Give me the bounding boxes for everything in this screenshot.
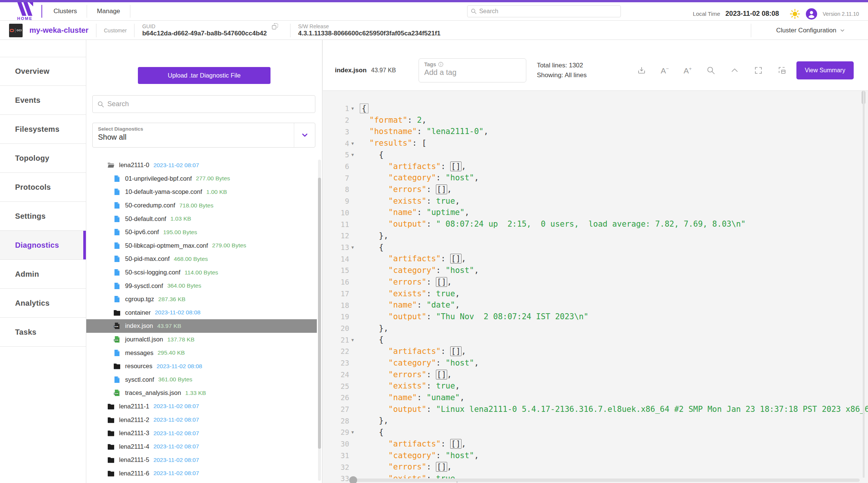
fullscreen-icon[interactable]: [754, 66, 763, 75]
add-tag-input[interactable]: [424, 68, 515, 77]
sidebar-item-settings[interactable]: Settings: [0, 202, 86, 231]
tree-item-10-default-yama-scope.conf[interactable]: 10-default-yama-scope.conf1.00 KB: [86, 185, 317, 199]
cluster-configuration-menu[interactable]: Cluster Configuration: [776, 27, 845, 34]
code-line-6: 6 "artifacts": [],: [323, 161, 868, 172]
dropdown-caret-area[interactable]: [294, 123, 315, 147]
tree-scrollbar-thumb[interactable]: [318, 178, 321, 449]
tree-item-lena2111-1[interactable]: lena2111-12023-11-02 08:07: [86, 400, 317, 413]
tree-item-index.json[interactable]: JSONindex.json43.97 KB: [86, 319, 317, 333]
line-number: 10: [341, 209, 349, 217]
line-count-info: Total lines: 1302 Showing: All lines: [537, 61, 587, 81]
select-diagnostics-dropdown[interactable]: Select Diagnostics Show all: [92, 123, 315, 148]
tree-item-99-sysctl.conf[interactable]: 99-sysctl.conf364.00 Bytes: [86, 279, 317, 293]
upload-diagnostic-button[interactable]: Upload .tar Diagnostic File: [138, 67, 270, 84]
code-text: "errors": [],: [360, 276, 452, 288]
code-vertical-scrollbar[interactable]: [863, 91, 865, 478]
sidebar-item-admin[interactable]: Admin: [0, 260, 86, 289]
search-icon[interactable]: [706, 66, 715, 75]
cluster-configuration-label: Cluster Configuration: [776, 27, 836, 34]
tree-item-lena2111-4[interactable]: lena2111-42023-11-02 08:07: [86, 440, 317, 453]
sidebar-item-protocols[interactable]: Protocols: [0, 173, 86, 202]
code-text: "errors": [],: [360, 461, 452, 473]
sidebar-item-events[interactable]: Events: [0, 86, 86, 115]
tree-item-lena2111-2[interactable]: lena2111-22023-11-02 08:07: [86, 413, 317, 427]
line-number: 17: [341, 289, 349, 298]
tree-item-lena2111-6[interactable]: lena2111-62023-11-02 08:07: [86, 467, 317, 480]
collapse-icon[interactable]: [730, 66, 739, 75]
code-line-9: 9 "exists": true,: [323, 195, 868, 207]
font-decrease-icon[interactable]: A−: [661, 66, 669, 75]
tree-item-50-scsi-logging.conf[interactable]: 50-scsi-logging.conf114.00 Bytes: [86, 266, 317, 279]
code-text: "output": "Linux lena2111-0 5.4.17-2136.…: [360, 404, 868, 415]
theme-sun-icon[interactable]: [790, 9, 800, 19]
tree-item-messages[interactable]: messages295.40 KB: [86, 346, 317, 360]
tree-item-journalctl.json[interactable]: JSONjournalctl.json137.78 KB: [86, 333, 317, 346]
tree-item-label: 50-scsi-logging.conf: [125, 269, 180, 276]
cluster-name[interactable]: my-weka-cluster: [29, 26, 89, 35]
tree-item-50-coredump.conf[interactable]: 50-coredump.conf718.00 Bytes: [86, 199, 317, 212]
sidebar-item-overview[interactable]: Overview: [0, 57, 86, 86]
weka-home-logo[interactable]: HOME: [11, 2, 38, 21]
font-increase-icon[interactable]: A+: [683, 66, 692, 75]
code-horizontal-scrollbar[interactable]: [349, 478, 860, 482]
tree-item-container[interactable]: container2023-11-02 08:08: [86, 306, 317, 320]
tags-input-box[interactable]: Tags: [419, 58, 526, 82]
sidebar-item-analytics[interactable]: Analytics: [0, 289, 86, 318]
collapse-toggle-icon[interactable]: ▼: [349, 430, 356, 434]
tree-item-lena2111-3[interactable]: lena2111-32023-11-02 08:07: [86, 427, 317, 440]
sidebar-item-topology[interactable]: Topology: [0, 144, 86, 173]
tree-item-date: 2023-11-02 08:07: [153, 403, 199, 410]
tree-item-sysctl.conf[interactable]: sysctl.conf361.00 Bytes: [86, 373, 317, 387]
tree-search-box[interactable]: [92, 95, 315, 113]
tree-item-date: 2023-11-02 08:07: [153, 430, 199, 437]
nav-item-manage[interactable]: Manage: [87, 5, 130, 18]
tree-item-traces_analysis.json[interactable]: JSONtraces_analysis.json1.33 KB: [86, 386, 317, 400]
tree-item-cgroup.tgz[interactable]: cgroup.tgz287.36 KB: [86, 293, 317, 306]
tree-item-lena2111-5[interactable]: lena2111-52023-11-02 08:07: [86, 453, 317, 467]
tree-item-label: cgroup.tgz: [125, 296, 154, 303]
tree-item-50-default.conf[interactable]: 50-default.conf1.03 KB: [86, 212, 317, 226]
tree-item-lena2111-0[interactable]: lena2111-02023-11-02 08:07: [86, 158, 317, 172]
user-avatar[interactable]: [805, 8, 818, 20]
code-line-28: 28 },: [323, 415, 868, 427]
nav-item-clusters[interactable]: Clusters: [44, 5, 87, 18]
svg-text:JSON: JSON: [114, 326, 119, 328]
collapse-toggle-icon[interactable]: ▼: [349, 152, 356, 157]
code-text: "artifacts": [],: [360, 161, 466, 172]
copy-guid-icon[interactable]: [271, 23, 279, 32]
sidebar-item-filesystems[interactable]: Filesystems: [0, 115, 86, 144]
tree-item-01-unprivileged-bpf.conf[interactable]: 01-unprivileged-bpf.conf277.00 Bytes: [86, 172, 317, 186]
global-search-box[interactable]: [467, 5, 621, 17]
json-icon: JSON: [113, 336, 121, 343]
tree-item-50-pid-max.conf[interactable]: 50-pid-max.conf468.00 Bytes: [86, 252, 317, 266]
file-icon: [113, 296, 121, 303]
folder-icon: [113, 363, 121, 370]
svg-text:JSON: JSON: [114, 340, 119, 341]
tree-item-resources[interactable]: resources2023-11-02 08:08: [86, 360, 317, 373]
file-icon: [113, 215, 121, 222]
tree-item-50-libkcapi-optmem_max.conf[interactable]: 50-libkcapi-optmem_max.conf279.00 Bytes: [86, 239, 317, 253]
code-line-2: 2 "format": 2,: [323, 114, 868, 126]
sidebar-item-tasks[interactable]: Tasks: [0, 318, 86, 347]
tree-item-50-ipv6.conf[interactable]: 50-ipv6.conf195.00 Bytes: [86, 226, 317, 239]
search-icon: [97, 101, 104, 108]
folder-icon: [107, 402, 115, 410]
tree-search-input[interactable]: [107, 100, 310, 108]
collapse-toggle-icon[interactable]: ▼: [349, 338, 356, 342]
view-summary-button[interactable]: View Summary: [796, 61, 854, 79]
line-number: 27: [341, 405, 349, 413]
code-line-12: 12 },: [323, 230, 868, 242]
exit-fullscreen-icon[interactable]: [778, 66, 787, 75]
download-icon[interactable]: [637, 66, 646, 75]
collapse-toggle-icon[interactable]: ▼: [349, 245, 356, 250]
sidebar-item-diagnostics[interactable]: Diagnostics: [0, 231, 86, 260]
code-line-31: 31 "category": "host",: [323, 450, 868, 462]
global-search-input[interactable]: [479, 8, 617, 15]
code-text: "exists": true,: [360, 380, 460, 392]
line-number: 32: [341, 463, 349, 471]
collapse-toggle-icon[interactable]: ▼: [349, 106, 356, 111]
code-horizontal-scrollbar-thumb[interactable]: [349, 476, 357, 483]
tree-scrollbar[interactable]: [318, 160, 321, 481]
code-text: "exists": true,: [360, 195, 460, 207]
collapse-toggle-icon[interactable]: ▼: [349, 141, 356, 146]
